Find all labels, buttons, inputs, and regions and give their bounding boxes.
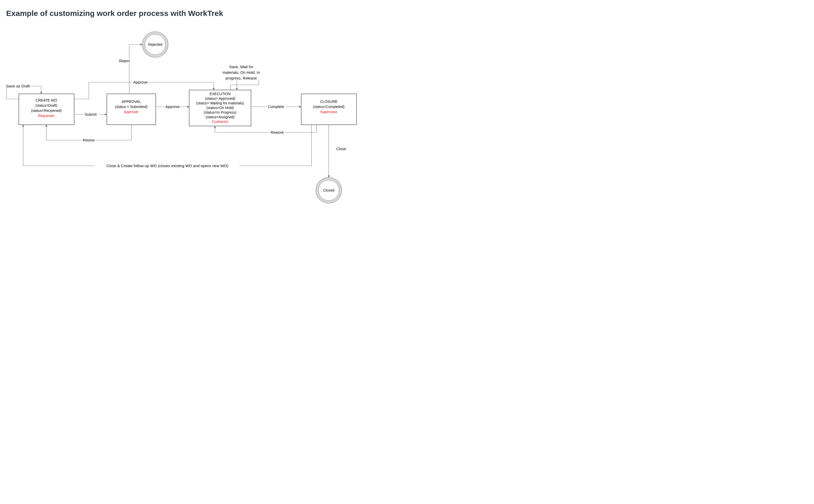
terminal-closed: Closed <box>316 177 342 203</box>
node-execution: EXECUTION (status= Approved) (status= Wa… <box>189 90 251 126</box>
node-closure: CLOSURE (status=Completed) Supervisor <box>301 94 357 125</box>
edge-reject: Reject <box>118 44 142 94</box>
edge-close-followup: Close & Create follow-up WO (closes exis… <box>23 125 312 168</box>
edge-revise-label: Revise <box>83 138 95 142</box>
svg-text:materials, On Hold, In: materials, On Hold, In <box>223 70 260 75</box>
node-approval-line1: (status = Submitted) <box>115 105 147 109</box>
node-approval-role: Approver <box>124 110 139 114</box>
node-execution-role: Contractor <box>212 120 229 124</box>
edge-approve-top-label: Approve <box>133 80 148 84</box>
edge-complete: Complete <box>251 104 301 109</box>
terminal-rejected-label: Rejected <box>148 42 162 47</box>
edge-revise: Revise <box>46 125 131 142</box>
edge-complete-label: Complete <box>268 104 284 109</box>
node-create-line1: (status=Draft) <box>35 103 57 107</box>
node-execution-line3: (status=On Hold) <box>207 106 234 110</box>
edge-execution-self: Save, Wait for materials, On Hold, In pr… <box>221 62 262 90</box>
node-closure-line1: (status=Completed) <box>313 105 345 109</box>
edge-close: Close <box>329 125 346 177</box>
svg-text:Save, Wait for: Save, Wait for <box>229 65 253 69</box>
edge-submit-label: Submit <box>85 112 97 116</box>
node-approval: APPROVAL (status = Submitted) Approver <box>107 94 156 125</box>
edge-approve-mid-label: Approve <box>165 104 180 109</box>
node-execution-line4: (status=In Progress) <box>204 110 236 114</box>
terminal-rejected: Rejected <box>142 32 168 57</box>
edge-save-as-draft-label: Save as Draft <box>6 84 30 88</box>
node-execution-title: EXECUTION <box>210 92 231 96</box>
node-create-wo: CREATE WO (status=Draft) (status=Reopene… <box>19 94 74 125</box>
edge-approve-mid: Approve <box>156 104 189 109</box>
node-execution-line2: (status= Waiting for materials) <box>196 101 244 105</box>
terminal-closed-label: Closed <box>323 188 334 192</box>
edge-rework: Rework <box>215 125 317 135</box>
edge-close-followup-label: Close & Create follow-up WO (closes exis… <box>106 164 228 168</box>
edge-rework-label: Rework <box>271 130 284 134</box>
edge-reject-label: Reject <box>119 59 130 63</box>
node-closure-title: CLOSURE <box>320 100 338 104</box>
node-create-role: Requester <box>38 114 55 118</box>
node-execution-line5: (status=Assigned) <box>206 115 235 119</box>
svg-rect-1 <box>107 94 156 125</box>
svg-text:progress, Release: progress, Release <box>226 76 257 80</box>
edge-close-label: Close <box>336 147 346 151</box>
workflow-diagram: CREATE WO (status=Draft) (status=Reopene… <box>0 0 386 239</box>
node-closure-role: Supervisor <box>320 110 338 114</box>
node-create-line2: (status=Reopened) <box>31 109 61 113</box>
edge-submit: Submit <box>74 112 107 117</box>
node-execution-line1: (status= Approved) <box>205 96 235 101</box>
node-create-title: CREATE WO <box>35 98 57 102</box>
svg-rect-3 <box>301 94 357 125</box>
node-approval-title: APPROVAL <box>122 100 141 104</box>
